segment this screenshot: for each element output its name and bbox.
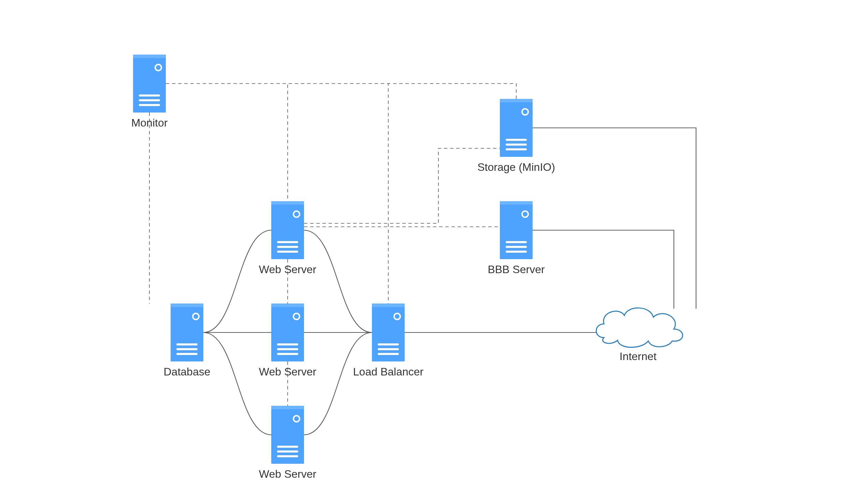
label-bbb: BBB Server xyxy=(488,263,545,276)
label-loadbalancer: Load Balancer xyxy=(353,366,423,378)
server-node-web3 xyxy=(271,406,304,464)
svg-rect-0 xyxy=(133,55,166,113)
server-node-web1 xyxy=(271,201,304,259)
nodes-layer xyxy=(133,55,683,464)
server-node-bbb xyxy=(500,201,533,259)
svg-rect-6 xyxy=(171,303,203,361)
edge-database-web3 xyxy=(203,332,271,435)
svg-rect-13 xyxy=(271,201,304,205)
svg-rect-18 xyxy=(271,303,304,361)
svg-rect-25 xyxy=(271,406,304,409)
edge-monitor-web1 xyxy=(166,84,288,201)
svg-rect-30 xyxy=(372,303,405,361)
svg-rect-1 xyxy=(133,55,166,58)
svg-rect-19 xyxy=(271,303,304,307)
diagram-canvas xyxy=(0,0,853,504)
server-node-web2 xyxy=(271,303,304,361)
svg-rect-36 xyxy=(500,99,533,157)
label-internet: Internet xyxy=(620,350,657,363)
label-monitor: Monitor xyxy=(131,117,168,129)
svg-rect-7 xyxy=(171,303,203,307)
label-web1: Web Server xyxy=(259,263,316,276)
svg-rect-12 xyxy=(271,201,304,259)
edges-layer xyxy=(149,84,696,435)
server-node-monitor xyxy=(133,55,166,113)
label-web2: Web Server xyxy=(259,366,316,378)
edge-database-web1 xyxy=(203,230,271,332)
server-node-loadbalancer xyxy=(372,303,405,361)
svg-rect-43 xyxy=(500,201,533,205)
label-database: Database xyxy=(164,366,211,378)
edge-web1-bbb xyxy=(304,201,516,227)
svg-rect-37 xyxy=(500,99,533,102)
svg-rect-24 xyxy=(271,406,304,464)
label-storage: Storage (MinIO) xyxy=(477,161,555,174)
cloud-node-internet xyxy=(596,308,683,347)
edge-bbb-internet xyxy=(533,230,674,309)
edge-storage-internet xyxy=(533,128,696,309)
server-node-storage xyxy=(500,99,533,157)
edge-web1-storage xyxy=(304,148,500,223)
edge-monitor-storage xyxy=(166,84,516,99)
label-web3: Web Server xyxy=(259,468,316,480)
svg-rect-42 xyxy=(500,201,533,259)
edge-web1-loadbalancer xyxy=(304,230,372,332)
edge-web3-loadbalancer xyxy=(304,332,372,435)
server-node-database xyxy=(171,303,203,361)
svg-rect-31 xyxy=(372,303,405,307)
